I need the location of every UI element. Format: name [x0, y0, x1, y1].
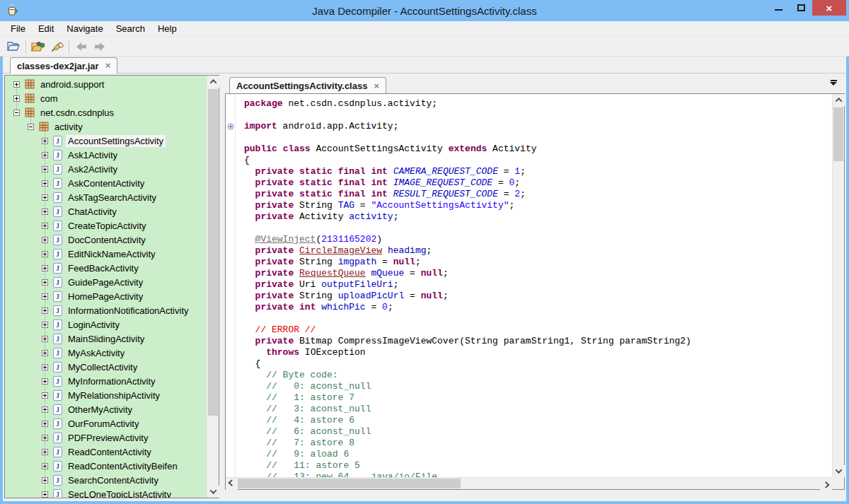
- expand-toggle-icon[interactable]: [42, 491, 48, 498]
- scroll-left-button[interactable]: [226, 478, 238, 490]
- expand-toggle-icon[interactable]: [42, 307, 48, 314]
- expand-toggle-icon[interactable]: [42, 265, 48, 271]
- menu-item-search[interactable]: Search: [110, 22, 151, 35]
- tree-item-accountsettingsactivity[interactable]: JAccountSettingsActivity: [5, 134, 207, 148]
- tree-item-ask2activity[interactable]: JAsk2Activity: [5, 162, 207, 176]
- scroll-up-button[interactable]: [207, 76, 219, 88]
- expand-toggle-icon[interactable]: [42, 293, 48, 300]
- tab-accountsettingsactivity[interactable]: AccountSettingsActivity.class ×: [229, 77, 386, 94]
- code-link[interactable]: RequestQueue: [299, 268, 366, 279]
- tree-item-ourforumactivity[interactable]: JOurForumActivity: [5, 416, 207, 430]
- tab-list-dropdown-button[interactable]: [829, 80, 838, 87]
- tree-item-asktagsearchactivity[interactable]: JAskTagSearchActivity: [5, 190, 207, 204]
- tree-content[interactable]: android.supportcomnet.csdn.csdnplusactiv…: [5, 76, 207, 498]
- expand-toggle-icon[interactable]: [42, 378, 48, 385]
- tab-classes-dex2jar[interactable]: classes-dex2jar.jar ×: [10, 57, 117, 74]
- expand-toggle-icon[interactable]: [42, 152, 48, 158]
- tree-item-readcontentactivitybeifen[interactable]: JReadContentActivityBeifen: [5, 459, 207, 473]
- collapse-toggle-icon[interactable]: [28, 124, 34, 130]
- expand-toggle-icon[interactable]: [42, 180, 48, 187]
- forward-button[interactable]: [91, 38, 109, 55]
- tree-item-android.support[interactable]: android.support: [5, 77, 207, 91]
- expand-toggle-icon[interactable]: [42, 449, 48, 455]
- expand-toggle-icon[interactable]: [42, 223, 48, 229]
- tree-item-myrelationshipactivity[interactable]: JMyRelationshipActivity: [5, 388, 207, 402]
- expand-toggle-icon[interactable]: [42, 166, 48, 172]
- close-icon[interactable]: ×: [374, 83, 379, 90]
- expand-toggle-icon[interactable]: [42, 138, 48, 144]
- search-button[interactable]: [47, 38, 66, 55]
- chevron-up-icon: [210, 79, 217, 86]
- tree-item-myinformationactivity[interactable]: JMyInformationActivity: [5, 374, 207, 388]
- expand-toggle-icon[interactable]: [42, 463, 48, 469]
- open-file-button[interactable]: [4, 38, 23, 55]
- expand-toggle-icon[interactable]: [42, 350, 48, 356]
- java-class-icon: J: [53, 433, 62, 443]
- menu-item-edit[interactable]: Edit: [32, 22, 60, 35]
- tree-item-com[interactable]: com: [5, 91, 207, 105]
- tree-item-editnicknameactivity[interactable]: JEditNickNameActivity: [5, 247, 207, 261]
- scrollbar-thumb[interactable]: [833, 107, 843, 161]
- back-button[interactable]: [72, 38, 91, 55]
- scroll-up-button[interactable]: [833, 94, 845, 106]
- tree-item-askcontentactivity[interactable]: JAskContentActivity: [5, 176, 207, 190]
- code-link[interactable]: CircleImageView: [299, 245, 382, 256]
- code-token: 2: [514, 189, 520, 199]
- expand-toggle-icon[interactable]: [42, 279, 48, 286]
- close-icon[interactable]: ×: [105, 62, 111, 69]
- tree-item-activity[interactable]: activity: [5, 119, 207, 134]
- tree-item-createtopicactivity[interactable]: JCreateTopicActivity: [5, 218, 207, 233]
- expand-toggle-icon[interactable]: [42, 322, 48, 328]
- code-token: CAMERA_REQUEST_CODE: [393, 166, 498, 177]
- scroll-down-button[interactable]: [207, 486, 219, 498]
- tree-item-guidepageactivity[interactable]: JGuidePageActivity: [5, 275, 207, 289]
- scroll-down-button[interactable]: [833, 465, 845, 477]
- code-link[interactable]: @ViewInject: [255, 234, 316, 245]
- tree-item-readcontentactivity[interactable]: JReadContentActivity: [5, 445, 207, 459]
- tree-item-loginactivity[interactable]: JLoginActivity: [5, 317, 207, 332]
- maximize-button[interactable]: [790, 0, 812, 16]
- tree-item-pdfpreviewactivity[interactable]: JPDFPreviewActivity: [5, 430, 207, 445]
- collapse-toggle-icon[interactable]: [13, 110, 20, 116]
- fold-expand-icon[interactable]: [227, 123, 234, 130]
- scrollbar-thumb[interactable]: [208, 89, 218, 416]
- code-editor[interactable]: package net.csdn.csdnplus.activity;impor…: [225, 93, 845, 490]
- tree-item-homepageactivity[interactable]: JHomePageActivity: [5, 289, 207, 303]
- tree-item-chatactivity[interactable]: JChatActivity: [5, 204, 207, 218]
- expand-toggle-icon[interactable]: [42, 406, 48, 413]
- tree-item-informationnotificationactivity[interactable]: JInformationNotificationActivity: [5, 303, 207, 317]
- open-jar-button[interactable]: [29, 38, 47, 55]
- expand-toggle-icon[interactable]: [42, 194, 48, 201]
- menu-item-help[interactable]: Help: [151, 22, 183, 35]
- tree-item-othermyactivity[interactable]: JOtherMyActivity: [5, 402, 207, 416]
- scroll-right-button[interactable]: [820, 478, 832, 490]
- menu-item-file[interactable]: File: [4, 22, 32, 35]
- expand-toggle-icon[interactable]: [42, 364, 48, 370]
- expand-toggle-icon[interactable]: [13, 95, 20, 102]
- tree-item-doccontentactivity[interactable]: JDocContentActivity: [5, 233, 207, 247]
- code-token: IOException: [299, 347, 366, 358]
- expand-toggle-icon[interactable]: [42, 237, 48, 243]
- expand-toggle-icon[interactable]: [42, 477, 48, 484]
- tree-item-seclonetopiclistactivity[interactable]: JSecLOneTopicListActivity: [5, 487, 207, 498]
- tree-item-feedbackactivity[interactable]: JFeedBackActivity: [5, 261, 207, 275]
- expand-toggle-icon[interactable]: [42, 336, 48, 342]
- expand-toggle-icon[interactable]: [42, 421, 48, 427]
- expand-toggle-icon[interactable]: [42, 209, 48, 215]
- expand-toggle-icon[interactable]: [42, 392, 48, 399]
- minimize-button[interactable]: [767, 0, 790, 16]
- tree-item-mainslidingactivity[interactable]: JMainSlidingActivity: [5, 332, 207, 346]
- close-button[interactable]: ×: [812, 0, 846, 16]
- tree-item-myaskactivity[interactable]: JMyAskActivity: [5, 346, 207, 360]
- expand-toggle-icon[interactable]: [42, 435, 48, 441]
- expand-toggle-icon[interactable]: [13, 81, 20, 88]
- tree-item-searchcontentactivity[interactable]: JSearchContentActivity: [5, 473, 207, 487]
- code-token: [294, 189, 299, 199]
- scrollbar-thumb[interactable]: [238, 479, 461, 488]
- expand-toggle-icon[interactable]: [42, 251, 48, 257]
- tree-item-net.csdn.csdnplus[interactable]: net.csdn.csdnplus: [5, 105, 207, 119]
- tree-item-mycollectactivity[interactable]: JMyCollectActivity: [5, 360, 207, 374]
- tree-item-ask1activity[interactable]: JAsk1Activity: [5, 148, 207, 162]
- menu-item-navigate[interactable]: Navigate: [60, 22, 109, 35]
- code-token: final: [338, 166, 366, 177]
